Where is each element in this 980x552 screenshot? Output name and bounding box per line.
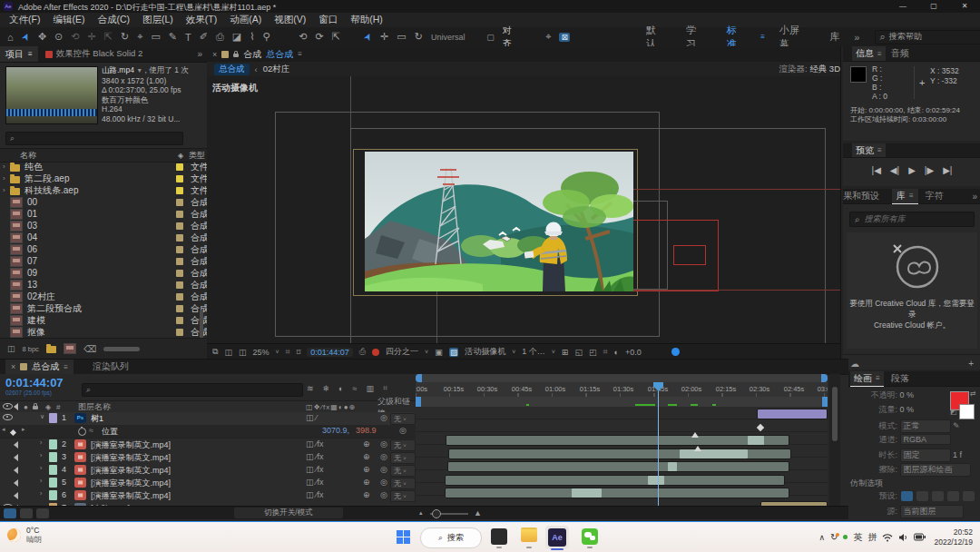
menu-composition[interactable]: 合成(C): [92, 14, 135, 26]
duration-select[interactable]: 固定: [900, 448, 951, 462]
region-of-interest-icon[interactable]: ▣: [435, 348, 443, 357]
label-chip[interactable]: [176, 234, 183, 242]
footage-thumbnail[interactable]: [5, 66, 98, 124]
menu-window[interactable]: 窗口: [313, 14, 343, 26]
battery-icon[interactable]: [914, 533, 926, 541]
layer-label-chip[interactable]: [49, 490, 57, 500]
selection-tool-icon[interactable]: ➤: [18, 31, 33, 44]
brush-tool-icon[interactable]: ✐: [200, 31, 208, 43]
eraser-tool-icon[interactable]: ◪: [232, 31, 241, 43]
tab-close-icon[interactable]: ×: [212, 50, 217, 59]
type-tool-icon[interactable]: T: [185, 32, 191, 43]
project-item[interactable]: 建模合成: [0, 314, 207, 326]
project-item[interactable]: 02村庄合成: [0, 291, 207, 302]
reset-exposure-icon[interactable]: ◐: [614, 348, 619, 357]
navigator-handle-right[interactable]: [821, 374, 828, 382]
audio-toggle[interactable]: [14, 492, 18, 499]
always-preview-icon[interactable]: ⧉: [212, 347, 218, 357]
pickwhip-icon[interactable]: ◎: [380, 478, 387, 487]
layer-label-chip[interactable]: [49, 413, 57, 423]
tab-audio[interactable]: 音频: [891, 47, 909, 60]
mode-select[interactable]: 正常: [900, 419, 951, 433]
clone-preset-2[interactable]: [916, 491, 928, 501]
dolly-tool-icon[interactable]: ⇱: [104, 31, 113, 43]
layer-name[interactable]: [演播室录制英文.mp4]: [91, 439, 171, 451]
layer-label-chip[interactable]: [49, 465, 57, 475]
tray-sync-icon[interactable]: ↻: [830, 532, 838, 542]
timeline-jump-icon[interactable]: ◰: [589, 348, 597, 357]
timeline-vscrollbar[interactable]: [829, 374, 840, 506]
label-chip[interactable]: [176, 211, 183, 218]
workspace-library[interactable]: 库: [823, 30, 846, 44]
view-layout-select[interactable]: 1 个…: [522, 346, 545, 358]
pickwhip-icon[interactable]: ◎: [380, 439, 387, 448]
gizmo-move-icon[interactable]: ✛: [380, 31, 388, 43]
prev-frame-button[interactable]: ◀|: [890, 165, 899, 175]
lock-column-icon[interactable]: [33, 406, 38, 409]
panel-menu-icon[interactable]: ≡: [877, 50, 882, 58]
parent-select[interactable]: 无 ˅: [390, 452, 416, 464]
pickwhip-icon[interactable]: ◎: [399, 426, 407, 435]
layer-name[interactable]: [演播室录制英文.mp4]: [91, 478, 171, 489]
pixel-aspect-icon[interactable]: ⊞: [562, 348, 569, 357]
magnification-dropdown-icon[interactable]: ˅: [275, 349, 279, 355]
expand-icon[interactable]: ›: [40, 478, 42, 484]
layer-name[interactable]: [演播室录制英文.mp4]: [91, 465, 171, 477]
start-button[interactable]: [397, 530, 410, 544]
add-library-item-icon[interactable]: +: [968, 359, 974, 369]
layer-switches[interactable]: ◫ ⁄fx: [306, 490, 324, 499]
layer-name[interactable]: 树1: [91, 413, 103, 425]
label-chip[interactable]: [176, 329, 183, 336]
eyedropper-icon[interactable]: ✎: [953, 421, 960, 430]
tab-info[interactable]: 信息 ≡: [852, 46, 886, 61]
column-name[interactable]: 名称: [0, 150, 36, 162]
mirror-viewer-icon[interactable]: ◫: [239, 348, 247, 357]
panel-menu-icon[interactable]: ≡: [876, 374, 880, 382]
layer-marker[interactable]: [691, 432, 699, 438]
video-column-icon[interactable]: [3, 403, 13, 409]
gizmo-select-icon[interactable]: ➤: [361, 31, 376, 44]
three-d-switch[interactable]: ⊕: [363, 452, 370, 461]
close-button[interactable]: ✕: [951, 2, 978, 10]
layer-bar-tree[interactable]: [757, 409, 828, 419]
three-d-switch[interactable]: ⊕: [363, 490, 370, 499]
layer-bar[interactable]: [445, 488, 789, 498]
clone-preset-4[interactable]: [947, 491, 959, 501]
motion-blur-icon[interactable]: ▥: [366, 384, 374, 393]
expand-icon[interactable]: ›: [0, 174, 10, 182]
tray-chevron-up-icon[interactable]: ∧: [818, 533, 825, 542]
hide-shy-icon[interactable]: ◐: [338, 384, 343, 393]
work-area-end-handle[interactable]: [822, 397, 828, 407]
time-ruler[interactable]: :00s 00:15s 00:30s 00:45s 01:00s 01:15s …: [416, 382, 828, 398]
shape-tool-icon[interactable]: ▭: [151, 31, 160, 43]
viewer-timecode[interactable]: 0:01:44:07: [307, 348, 353, 357]
minimize-button[interactable]: —: [889, 2, 916, 10]
three-d-switch[interactable]: ⊕: [363, 439, 370, 448]
first-frame-button[interactable]: |◀: [872, 165, 881, 175]
camera-dolly-icon[interactable]: ⇱: [332, 31, 340, 43]
magnification-select[interactable]: 25%: [252, 348, 269, 357]
tray-ime-english[interactable]: 英: [853, 531, 862, 544]
position-keyframe[interactable]: [758, 422, 763, 432]
project-item[interactable]: 03合成: [0, 220, 207, 232]
gizmo-rotate-icon[interactable]: ↻: [415, 31, 423, 43]
clone-preset-3[interactable]: [932, 491, 944, 501]
expand-icon[interactable]: ›: [40, 439, 42, 446]
footage-name[interactable]: 山路.mp4: [102, 65, 134, 74]
pickwhip-icon[interactable]: ◎: [380, 413, 387, 422]
layer-switches[interactable]: ◫ ⁄fx: [306, 478, 324, 487]
layer-label-chip[interactable]: [49, 452, 57, 462]
camera-dropdown-icon[interactable]: ˅: [512, 349, 515, 355]
expand-icon[interactable]: ›: [0, 163, 10, 171]
pickwhip-icon[interactable]: ◎: [380, 490, 387, 499]
snap-target-icon[interactable]: ⌖: [545, 31, 551, 43]
next-keyframe-icon[interactable]: ▸: [22, 426, 25, 433]
label-chip[interactable]: [176, 222, 183, 230]
tray-date[interactable]: 2022/12/19: [934, 537, 973, 547]
label-column-icon[interactable]: ◈: [178, 152, 183, 160]
menu-animation[interactable]: 动画(A): [224, 14, 267, 26]
taskbar-app-dark[interactable]: [491, 528, 507, 545]
audio-toggle[interactable]: [14, 454, 18, 461]
project-item[interactable]: › 纯色 文件夹: [0, 161, 207, 172]
project-item[interactable]: 04合成: [0, 232, 207, 243]
